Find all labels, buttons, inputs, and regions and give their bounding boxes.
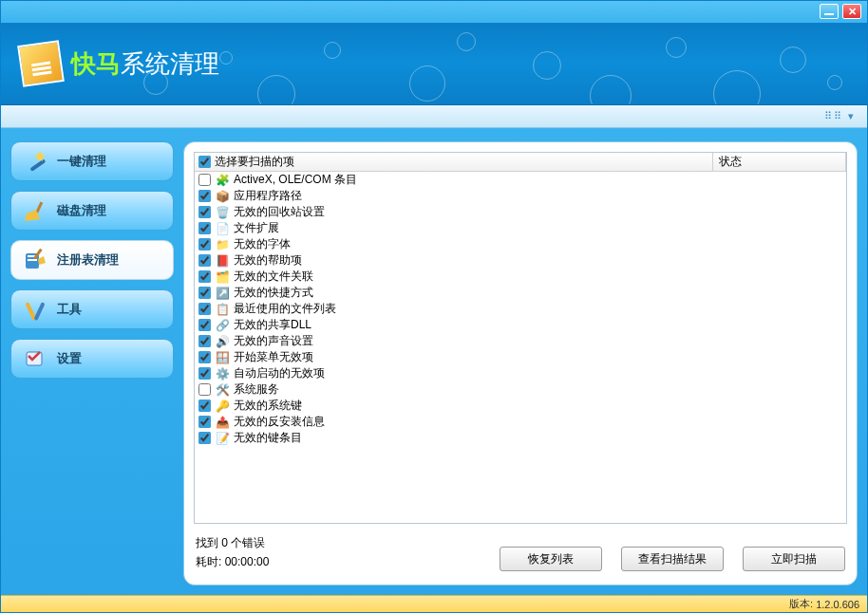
item-checkbox[interactable] [198, 287, 211, 299]
sidebar-item-label: 注册表清理 [57, 251, 119, 269]
item-icon: 📝 [215, 431, 230, 446]
column-header-status[interactable]: 状态 [713, 153, 846, 171]
item-icon: ⚙️ [215, 366, 230, 381]
list-item[interactable]: 🔑无效的系统键 [195, 398, 846, 414]
list-item[interactable]: 🪟开始菜单无效项 [195, 349, 846, 365]
list-body[interactable]: 🧩ActiveX, OLE/COM 条目📦应用程序路径🗑️无效的回收站设置📄文件… [195, 172, 846, 523]
list-item[interactable]: ↗️无效的快捷方式 [195, 285, 846, 301]
list-item[interactable]: 📕无效的帮助项 [195, 252, 846, 269]
item-checkbox[interactable] [198, 303, 211, 315]
item-icon: 🗂️ [215, 269, 230, 285]
list-item[interactable]: 🗑️无效的回收站设置 [195, 204, 846, 220]
item-label: 文件扩展 [234, 220, 279, 236]
footer: 版本: 1.2.0.606 [1, 595, 867, 612]
list-header: 选择要扫描的项 状态 [195, 153, 846, 172]
menu-grip-icon[interactable]: ⠿⠿ ▾ [824, 110, 856, 122]
list-item[interactable]: ⚙️自动启动的无效项 [195, 365, 846, 381]
item-label: 无效的键条目 [234, 430, 302, 446]
close-button[interactable]: ✕ [842, 4, 861, 19]
item-label: 应用程序路径 [234, 188, 302, 204]
svg-rect-5 [28, 259, 37, 261]
item-checkbox[interactable] [198, 238, 211, 251]
item-icon: 📋 [215, 302, 230, 317]
item-label: 无效的共享DLL [234, 317, 311, 333]
sidebar: 一键清理 磁盘清理 注册表清理 工具 [10, 141, 174, 585]
list-item[interactable]: 📤无效的反安装信息 [195, 414, 846, 430]
sidebar-item-label: 一键清理 [57, 153, 106, 170]
svg-rect-8 [33, 302, 45, 321]
column-header-select[interactable]: 选择要扫描的项 [195, 153, 713, 171]
wand-icon [23, 149, 47, 174]
app-window: ✕ 快马系统清理 ⠿⠿ ▾ [0, 0, 868, 613]
registry-icon [23, 248, 47, 272]
item-checkbox[interactable] [198, 416, 211, 428]
item-icon: 🔗 [215, 318, 230, 333]
app-logo-icon [17, 40, 65, 87]
sidebar-item-registry[interactable]: 注册表清理 [10, 240, 174, 280]
item-icon: 📦 [215, 189, 230, 204]
item-icon: 📤 [215, 415, 230, 430]
found-count-label: 找到 0 个错误 [196, 533, 481, 552]
list-item[interactable]: 🧩ActiveX, OLE/COM 条目 [195, 172, 846, 188]
app-title-brand: 快马 [71, 49, 121, 78]
item-label: 无效的文件关联 [234, 269, 313, 285]
list-item[interactable]: 🛠️系统服务 [195, 381, 846, 398]
item-icon: 📄 [215, 221, 230, 236]
view-results-button[interactable]: 查看扫描结果 [621, 547, 724, 571]
sidebar-item-disk[interactable]: 磁盘清理 [10, 191, 174, 231]
sidebar-item-settings[interactable]: 设置 [10, 339, 174, 379]
item-checkbox[interactable] [198, 432, 211, 444]
item-label: 无效的系统键 [234, 398, 302, 414]
app-title-sub: 系统清理 [121, 49, 219, 78]
item-checkbox[interactable] [198, 222, 211, 234]
item-label: 无效的帮助项 [234, 252, 302, 269]
item-checkbox[interactable] [198, 206, 211, 218]
item-checkbox[interactable] [198, 367, 211, 380]
item-label: 无效的字体 [234, 236, 291, 252]
list-item[interactable]: 🔊无效的声音设置 [195, 333, 846, 349]
sidebar-item-tools[interactable]: 工具 [10, 289, 174, 329]
sidebar-item-label: 磁盘清理 [57, 202, 106, 219]
list-item[interactable]: 🔗无效的共享DLL [195, 317, 846, 333]
item-checkbox[interactable] [198, 335, 211, 347]
item-checkbox[interactable] [198, 174, 211, 186]
elapsed-value: 00:00:00 [225, 555, 270, 568]
item-checkbox[interactable] [198, 399, 211, 412]
item-icon: 🗑️ [215, 205, 230, 220]
list-item[interactable]: 📋最近使用的文件列表 [195, 301, 846, 317]
item-label: ActiveX, OLE/COM 条目 [234, 172, 357, 188]
status-area: 找到 0 个错误 耗时: 00:00:00 恢复列表 查看扫描结果 立即扫描 [194, 524, 847, 575]
item-icon: 🛠️ [215, 382, 230, 398]
item-checkbox[interactable] [198, 383, 211, 396]
item-checkbox[interactable] [198, 319, 211, 331]
sidebar-item-label: 工具 [57, 301, 82, 318]
item-label: 自动启动的无效项 [234, 365, 325, 381]
restore-list-button[interactable]: 恢复列表 [500, 547, 602, 571]
item-icon: 🧩 [215, 173, 230, 188]
item-icon: 🔊 [215, 334, 230, 349]
item-checkbox[interactable] [198, 190, 211, 202]
settings-icon [23, 346, 47, 371]
item-label: 无效的回收站设置 [234, 204, 325, 220]
list-item[interactable]: 🗂️无效的文件关联 [195, 269, 846, 285]
list-item[interactable]: 📄文件扩展 [195, 220, 846, 236]
list-item[interactable]: 📝无效的键条目 [195, 430, 846, 446]
toolbar: ⠿⠿ ▾ [1, 105, 867, 128]
column-header-select-label: 选择要扫描的项 [215, 154, 294, 170]
item-checkbox[interactable] [198, 254, 211, 267]
sidebar-item-oneclick[interactable]: 一键清理 [10, 141, 174, 181]
list-item[interactable]: 📁无效的字体 [195, 236, 846, 252]
item-label: 无效的快捷方式 [234, 285, 313, 301]
app-title: 快马系统清理 [71, 47, 219, 81]
minimize-button[interactable] [820, 4, 839, 19]
main-panel: 选择要扫描的项 状态 🧩ActiveX, OLE/COM 条目📦应用程序路径🗑️… [183, 141, 858, 585]
item-icon: 🪟 [215, 350, 230, 365]
select-all-checkbox[interactable] [198, 156, 211, 168]
item-checkbox[interactable] [198, 351, 211, 363]
item-label: 系统服务 [234, 381, 279, 398]
scan-now-button[interactable]: 立即扫描 [743, 547, 845, 571]
version-label: 版本: [789, 597, 813, 611]
list-item[interactable]: 📦应用程序路径 [195, 188, 846, 204]
tools-icon [23, 297, 47, 322]
item-checkbox[interactable] [198, 270, 211, 283]
